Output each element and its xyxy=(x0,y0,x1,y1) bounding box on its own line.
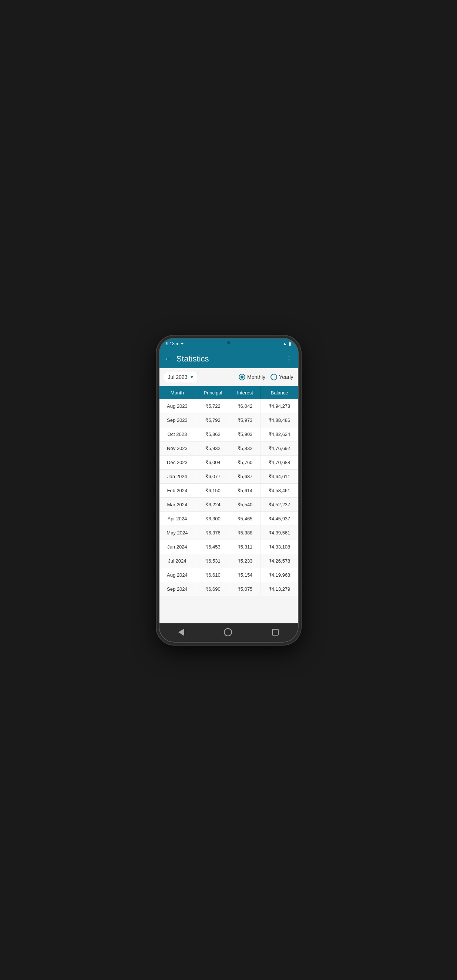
date-picker-label: Jul 2023 xyxy=(168,374,187,380)
battery-icon: ▮ xyxy=(289,341,291,346)
cell-principal: ₹6,077 xyxy=(196,469,230,483)
cell-balance: ₹4,26,578 xyxy=(260,554,298,568)
table-row: Jan 2024₹6,077₹5,687₹4,64,611 xyxy=(159,469,298,483)
app-bar-left: ← Statistics xyxy=(165,354,209,364)
status-right: ▲ ▮ xyxy=(283,341,291,346)
table-row: Nov 2023₹5,932₹5,832₹4,76,692 xyxy=(159,441,298,455)
cell-month: Mar 2024 xyxy=(159,497,196,511)
col-header-interest: Interest xyxy=(230,386,260,399)
yearly-radio[interactable]: Yearly xyxy=(270,374,293,380)
cell-principal: ₹6,224 xyxy=(196,497,230,511)
cell-balance: ₹4,45,937 xyxy=(260,511,298,525)
cell-month: Dec 2023 xyxy=(159,455,196,469)
cell-balance: ₹4,64,611 xyxy=(260,469,298,483)
table-row: Mar 2024₹6,224₹5,540₹4,52,237 xyxy=(159,497,298,511)
cell-balance: ₹4,52,237 xyxy=(260,497,298,511)
yearly-radio-circle xyxy=(270,374,277,380)
more-options-button[interactable]: ⋮ xyxy=(285,355,293,363)
cell-balance: ₹4,19,968 xyxy=(260,568,298,582)
status-icon-star: ✦ xyxy=(180,341,184,346)
cell-interest: ₹5,832 xyxy=(230,441,260,455)
cell-principal: ₹5,932 xyxy=(196,441,230,455)
cell-month: Jun 2024 xyxy=(159,539,196,554)
monthly-label: Monthly xyxy=(247,374,265,380)
col-header-balance: Balance xyxy=(260,386,298,399)
table-row: Aug 2023₹5,722₹6,042₹4,94,278 xyxy=(159,399,298,413)
filter-bar: Jul 2023 ▼ Monthly Yearly xyxy=(159,368,298,386)
monthly-radio-circle xyxy=(239,374,245,380)
cell-interest: ₹5,154 xyxy=(230,568,260,582)
table-row: Dec 2023₹6,004₹5,760₹4,70,688 xyxy=(159,455,298,469)
cell-interest: ₹5,903 xyxy=(230,427,260,441)
cell-interest: ₹5,540 xyxy=(230,497,260,511)
cell-balance: ₹4,76,692 xyxy=(260,441,298,455)
date-picker[interactable]: Jul 2023 ▼ xyxy=(164,372,198,382)
cell-balance: ₹4,88,486 xyxy=(260,413,298,427)
cell-interest: ₹5,233 xyxy=(230,554,260,568)
statistics-table-container: Month Principal Interest Balance Aug 202… xyxy=(159,386,298,623)
dropdown-arrow-icon: ▼ xyxy=(189,374,194,380)
cell-interest: ₹5,687 xyxy=(230,469,260,483)
col-header-principal: Principal xyxy=(196,386,230,399)
cell-month: Sep 2023 xyxy=(159,413,196,427)
table-row: Jul 2024₹6,531₹5,233₹4,26,578 xyxy=(159,554,298,568)
col-header-month: Month xyxy=(159,386,196,399)
monthly-radio[interactable]: Monthly xyxy=(239,374,265,380)
cell-interest: ₹5,388 xyxy=(230,525,260,539)
table-row: May 2024₹6,376₹5,388₹4,39,561 xyxy=(159,525,298,539)
cell-principal: ₹6,150 xyxy=(196,483,230,497)
cell-month: Jan 2024 xyxy=(159,469,196,483)
nav-back-button[interactable] xyxy=(178,628,184,636)
table-row: Feb 2024₹6,150₹5,614₹4,58,461 xyxy=(159,483,298,497)
back-button[interactable]: ← xyxy=(165,355,172,363)
cell-balance: ₹4,33,108 xyxy=(260,539,298,554)
cell-principal: ₹6,300 xyxy=(196,511,230,525)
cell-month: Aug 2023 xyxy=(159,399,196,413)
table-row: Apr 2024₹6,300₹5,465₹4,45,937 xyxy=(159,511,298,525)
cell-interest: ₹5,760 xyxy=(230,455,260,469)
cell-month: Nov 2023 xyxy=(159,441,196,455)
status-bar: 9:18 ● ✦ ▲ ▮ xyxy=(159,338,298,350)
cell-principal: ₹6,004 xyxy=(196,455,230,469)
table-row: Oct 2023₹5,862₹5,903₹4,82,624 xyxy=(159,427,298,441)
cell-month: Oct 2023 xyxy=(159,427,196,441)
yearly-label: Yearly xyxy=(279,374,293,380)
cell-interest: ₹5,311 xyxy=(230,539,260,554)
cell-month: Feb 2024 xyxy=(159,483,196,497)
table-row: Sep 2024₹6,690₹5,075₹4,13,279 xyxy=(159,582,298,596)
statistics-table: Month Principal Interest Balance Aug 202… xyxy=(159,386,298,596)
phone-frame: 9:18 ● ✦ ▲ ▮ ← Statistics ⋮ Jul 2023 ▼ xyxy=(157,336,301,645)
nav-home-button[interactable] xyxy=(224,628,232,636)
table-body: Aug 2023₹5,722₹6,042₹4,94,278Sep 2023₹5,… xyxy=(159,399,298,596)
status-icon-dot: ● xyxy=(176,341,179,346)
cell-principal: ₹6,610 xyxy=(196,568,230,582)
app-bar: ← Statistics ⋮ xyxy=(159,350,298,368)
cell-month: Aug 2024 xyxy=(159,568,196,582)
cell-month: Sep 2024 xyxy=(159,582,196,596)
table-header-row: Month Principal Interest Balance xyxy=(159,386,298,399)
cell-month: Jul 2024 xyxy=(159,554,196,568)
content-area: Jul 2023 ▼ Monthly Yearly Month xyxy=(159,368,298,623)
signal-icon: ▲ xyxy=(283,341,287,346)
cell-balance: ₹4,82,624 xyxy=(260,427,298,441)
cell-principal: ₹6,531 xyxy=(196,554,230,568)
cell-interest: ₹5,973 xyxy=(230,413,260,427)
cell-balance: ₹4,70,688 xyxy=(260,455,298,469)
status-time: 9:18 xyxy=(166,341,175,346)
table-row: Jun 2024₹6,453₹5,311₹4,33,108 xyxy=(159,539,298,554)
cell-principal: ₹5,722 xyxy=(196,399,230,413)
cell-balance: ₹4,94,278 xyxy=(260,399,298,413)
cell-month: May 2024 xyxy=(159,525,196,539)
cell-principal: ₹5,862 xyxy=(196,427,230,441)
cell-balance: ₹4,13,279 xyxy=(260,582,298,596)
nav-bar xyxy=(159,623,298,643)
cell-interest: ₹6,042 xyxy=(230,399,260,413)
cell-balance: ₹4,58,461 xyxy=(260,483,298,497)
page-title: Statistics xyxy=(176,354,209,364)
status-left: 9:18 ● ✦ xyxy=(166,341,184,346)
cell-principal: ₹5,792 xyxy=(196,413,230,427)
nav-recents-button[interactable] xyxy=(272,629,279,636)
cell-interest: ₹5,614 xyxy=(230,483,260,497)
cell-principal: ₹6,690 xyxy=(196,582,230,596)
cell-interest: ₹5,075 xyxy=(230,582,260,596)
